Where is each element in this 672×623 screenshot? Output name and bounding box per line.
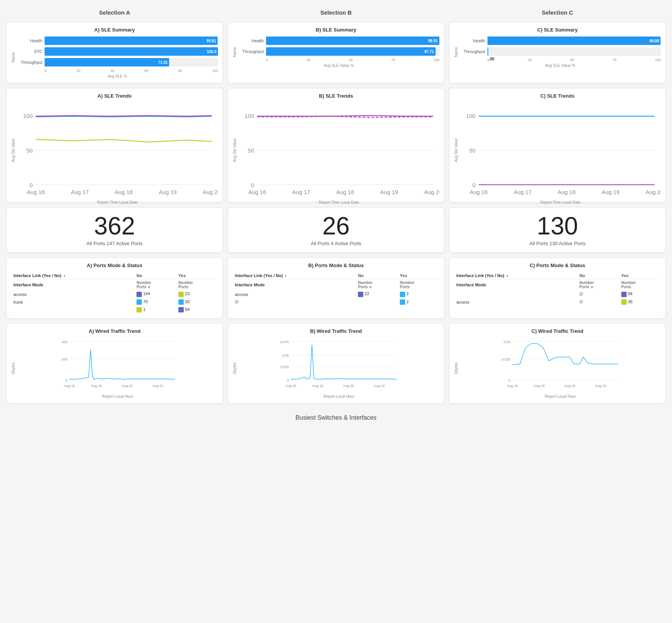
svg-text:0.05: 0.05: [282, 354, 289, 357]
sle-trends-b-ylabel: Avg Sle Value: [233, 103, 237, 198]
sle-summary-a-chart: Name Health 99.81 STC: [11, 37, 218, 78]
sle-track-health-a: 99.81: [45, 37, 218, 45]
svg-text:Aug 20: Aug 20: [424, 189, 439, 195]
color-swatch: [621, 292, 627, 297]
ports-mode-a-table: Interface Link (Yes / No) › No Yes Inter…: [11, 272, 218, 313]
color-swatch: [621, 299, 627, 305]
mode-cell: trunk: [11, 298, 134, 306]
sle-xlabel-a: Avg SLE %: [17, 74, 218, 78]
sle-label-health-b: Health: [238, 38, 266, 43]
sle-fill-throughput-c: [487, 47, 488, 56]
ports-mode-b-no-header: No: [356, 272, 398, 279]
port-count-a-number: 362: [13, 214, 216, 238]
sle-trends-b-xlabel: Report Time Local Date: [238, 200, 439, 204]
sle-trends-c-svg: 100 50 0 Aug 16 Aug 17 Aug 18 Aug 19 Aug…: [460, 103, 661, 198]
table-row: access 22 2: [233, 290, 439, 298]
ports-mode-c-yes-header: Yes: [619, 272, 661, 279]
svg-text:Aug 17: Aug 17: [514, 189, 532, 195]
svg-text:Aug 17: Aug 17: [71, 189, 89, 195]
sle-summary-a-title: A) SLE Summary: [11, 27, 218, 33]
sle-xticks-b: 0255075100: [238, 58, 439, 62]
svg-text:0.05: 0.05: [504, 340, 511, 344]
sle-value-throughput-a: 71.91: [158, 60, 168, 65]
sle-bar-throughput-b: Throughput 97.71: [238, 47, 439, 56]
color-swatch: [136, 292, 142, 297]
svg-text:0: 0: [251, 182, 254, 188]
table-row: access ∅ 36: [454, 298, 661, 306]
table-row: trunk 70 30: [11, 298, 218, 306]
ports-mode-a-no-sub: NumberPorts ∨: [136, 281, 174, 289]
svg-text:100: 100: [245, 113, 254, 119]
no-cell: 22: [356, 290, 398, 298]
svg-text:0: 0: [287, 379, 289, 382]
svg-text:0: 0: [65, 379, 67, 382]
svg-text:Aug 20: Aug 20: [564, 384, 576, 388]
svg-text:100: 100: [466, 113, 476, 119]
sle-label-throughput-c: Throughput: [460, 49, 487, 54]
svg-text:Aug 22: Aug 22: [374, 384, 385, 388]
sle-value-throughput-c: .00: [489, 57, 494, 61]
wired-traffic-c: C) Wired Traffic Trend Gbytes 0.05 0.025…: [449, 323, 666, 404]
svg-text:Aug 16: Aug 16: [470, 189, 488, 195]
ports-mode-a-no-header: No: [134, 272, 176, 279]
svg-text:Aug 18: Aug 18: [312, 384, 323, 388]
sle-xticks-a: 020406080100: [17, 69, 218, 73]
wired-traffic-c-title: C) Wired Traffic Trend: [454, 328, 661, 334]
sle-value-health-b: 99.91: [428, 39, 438, 43]
wired-traffic-c-svg: 0.05 0.025 0 Aug 16 Aug 18 Aug 20 Aug 22: [460, 338, 661, 392]
sle-track-health-b: 99.91: [266, 37, 439, 45]
svg-text:Aug 16: Aug 16: [64, 384, 75, 388]
page: Selection A Selection B Selection C A) S…: [0, 0, 672, 430]
sle-fill-stc-a: 100.0: [45, 47, 218, 56]
svg-text:400: 400: [62, 340, 67, 344]
table-row: ∅ 94: [454, 290, 661, 298]
sle-trends-a-chart: Avg Sle Value 100 50 0: [11, 103, 218, 198]
ports-mode-a-yes-sub: NumberPorts: [178, 281, 216, 289]
port-count-c: 130 All Ports 130 Active Ports: [449, 207, 666, 253]
mode-cell: access: [11, 290, 134, 298]
section-headers: Selection A Selection B Selection C: [6, 6, 666, 17]
sle-trends-b-svg: 100 50 0 Aug 16 Aug 17 Aug 18 Aug 19 Aug…: [238, 103, 439, 198]
sle-summary-b-title: B) SLE Summary: [233, 27, 439, 33]
wired-traffic-c-ylabel: Gbytes: [454, 338, 458, 399]
svg-text:Aug 19: Aug 19: [159, 189, 177, 195]
wired-traffic-a-chart: Gbytes 400 200 0 Aug 16 Aug 18 Aug 20: [11, 338, 218, 399]
sle-trends-c-chart: Avg Sle Value 100 50 0 Aug 16: [454, 103, 661, 198]
port-count-c-sub: All Ports 130 Active Ports: [456, 241, 659, 246]
sle-track-throughput-b: 97.71: [266, 47, 439, 56]
selection-c-header: Selection C: [449, 6, 666, 17]
sle-track-stc-a: 100.0: [45, 47, 218, 56]
mode-cell: [11, 306, 134, 314]
sle-summary-c: C) SLE Summary Name Health 99.88 Through…: [449, 22, 666, 83]
sle-bar-throughput-c: Throughput .00: [460, 47, 661, 56]
table-row: access 144 23: [11, 290, 218, 298]
svg-text:100: 100: [23, 113, 33, 119]
wired-traffic-b: B) Wired Traffic Trend Gbytes 0.075 0.05…: [228, 323, 444, 404]
wired-traffic-row: A) Wired Traffic Trend Gbytes 400 200 0 …: [6, 323, 666, 404]
mode-cell: [454, 290, 577, 298]
ports-mode-c-title: C) Ports Mode & Status: [454, 262, 661, 268]
sle-bar-health-b: Health 99.91: [238, 37, 439, 45]
color-swatch: [178, 292, 184, 297]
port-count-c-number: 130: [456, 214, 659, 238]
sle-fill-health-a: 99.81: [45, 37, 218, 45]
color-swatch: [178, 307, 184, 312]
no-cell: [356, 298, 398, 306]
sle-track-throughput-a: 71.91: [45, 58, 218, 66]
svg-text:200: 200: [62, 357, 67, 361]
ports-mode-a-mode-label: Interface Mode: [11, 279, 134, 291]
wired-traffic-b-chart: Gbytes 0.075 0.05 0.025 0 Aug 16 Aug 18: [233, 338, 439, 399]
yes-cell: 94: [176, 306, 218, 314]
yes-cell: 23: [176, 290, 218, 298]
sle-summary-c-title: C) SLE Summary: [454, 27, 661, 33]
sle-summary-b-ylabel: Name: [233, 37, 237, 68]
mode-cell: access: [454, 298, 577, 306]
yes-cell: 30: [176, 298, 218, 306]
sle-fill-health-b: 99.91: [266, 37, 439, 45]
ports-mode-c-no-header: No: [577, 272, 619, 279]
sle-xlabel-b: Avg SLE Value %: [238, 63, 439, 68]
svg-text:Aug 18: Aug 18: [534, 384, 545, 388]
wired-traffic-c-xlabel: Report Local Hour: [460, 394, 661, 399]
ports-mode-b-mode-label: Interface Mode: [233, 279, 356, 291]
sle-xlabel-c: Avg SLE Value %: [460, 63, 661, 68]
